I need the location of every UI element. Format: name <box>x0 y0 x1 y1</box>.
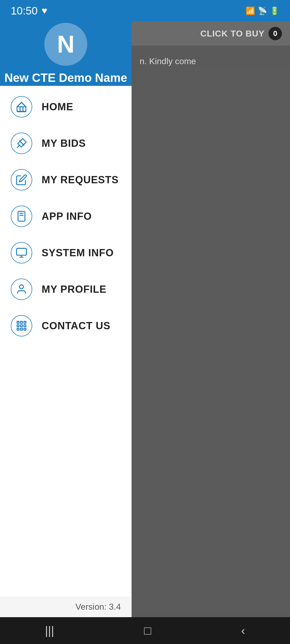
nav-label-home: HOME <box>42 101 73 113</box>
android-nav-bar: ||| □ ‹ <box>0 617 290 644</box>
status-time: 10:50 ♥ <box>11 5 47 17</box>
my-profile-icon-circle <box>11 279 32 300</box>
status-icons: 📶 📡 🔋 <box>246 6 279 15</box>
cart-badge: 0 <box>269 27 282 40</box>
nav-label-app-info: APP INFO <box>42 211 92 222</box>
my-requests-icon-circle <box>11 169 32 191</box>
svg-rect-16 <box>20 328 22 330</box>
signal-icon: 📡 <box>258 6 267 15</box>
version-text: Version: 3.4 <box>0 597 132 617</box>
kindly-text: n. Kindly come <box>132 46 290 77</box>
system-info-icon-circle <box>11 242 32 264</box>
user-name: New CTE Demo Name <box>4 71 127 85</box>
svg-rect-12 <box>17 325 19 327</box>
status-bar: 10:50 ♥ 📶 📡 🔋 <box>0 0 290 21</box>
nav-item-contact-us[interactable]: CONTACT US <box>0 308 132 344</box>
heart-icon: ♥ <box>42 5 47 16</box>
phone-icon <box>16 210 27 222</box>
svg-rect-1 <box>18 211 25 221</box>
grid-icon <box>16 320 27 332</box>
contact-us-icon-circle <box>11 315 32 336</box>
nav-label-my-profile: MY PROFILE <box>42 284 107 295</box>
nav-item-my-bids[interactable]: MY BIDS <box>0 125 132 162</box>
svg-rect-13 <box>20 325 22 327</box>
avatar: N <box>44 23 87 66</box>
nav-label-my-requests: MY REQUESTS <box>42 174 119 186</box>
nav-label-my-bids: MY BIDS <box>42 138 86 149</box>
app-info-icon-circle <box>11 206 32 227</box>
wifi-icon: 📶 <box>246 6 255 15</box>
android-home-button[interactable]: □ <box>144 624 151 637</box>
home-icon-circle <box>11 96 32 118</box>
nav-item-my-profile[interactable]: MY PROFILE <box>0 271 132 308</box>
nav-list: HOME MY BIDS MY REQUESTS <box>0 86 132 597</box>
user-icon <box>16 283 27 295</box>
svg-rect-9 <box>17 321 19 323</box>
svg-rect-14 <box>24 325 26 327</box>
svg-rect-10 <box>20 321 22 323</box>
svg-rect-11 <box>24 321 26 323</box>
android-menu-button[interactable]: ||| <box>45 624 54 637</box>
svg-rect-15 <box>17 328 19 330</box>
main-content-overlay: 🔍 CLICK TO BUY 0 n. Kindly come <box>132 0 290 617</box>
avatar-letter: N <box>57 31 75 58</box>
svg-point-8 <box>20 285 24 289</box>
nav-label-system-info: SYSTEM INFO <box>42 247 114 259</box>
home-icon <box>16 101 27 113</box>
click-to-buy-row[interactable]: CLICK TO BUY 0 <box>132 21 290 46</box>
nav-item-my-requests[interactable]: MY REQUESTS <box>0 162 132 198</box>
my-bids-icon-circle <box>11 133 32 154</box>
side-drawer: N New CTE Demo Name HOME <box>0 0 132 644</box>
nav-label-contact-us: CONTACT US <box>42 320 110 332</box>
svg-rect-17 <box>24 328 26 330</box>
click-to-buy-label: CLICK TO BUY <box>200 29 264 39</box>
monitor-icon <box>16 247 27 259</box>
android-back-button[interactable]: ‹ <box>241 624 245 637</box>
svg-rect-0 <box>17 107 26 111</box>
time-label: 10:50 <box>11 5 38 17</box>
battery-icon: 🔋 <box>270 6 279 15</box>
svg-rect-5 <box>17 248 27 255</box>
nav-item-app-info[interactable]: APP INFO <box>0 198 132 235</box>
hammer-icon <box>16 137 27 149</box>
nav-item-system-info[interactable]: SYSTEM INFO <box>0 235 132 271</box>
nav-item-home[interactable]: HOME <box>0 89 132 125</box>
edit-icon <box>16 174 27 186</box>
